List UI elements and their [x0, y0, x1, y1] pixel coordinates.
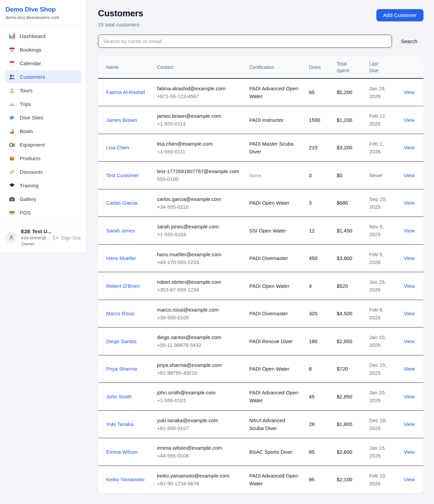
customer-total-spent: $720: [333, 355, 365, 383]
sidebar-item-discounts[interactable]: Discounts: [5, 165, 81, 179]
customer-name-link[interactable]: James Brown: [106, 117, 137, 123]
customers-table: Name Contact Certification Dives Total S…: [98, 57, 423, 493]
customer-name-link[interactable]: Diego Santos: [106, 338, 137, 344]
sidebar-item-boats[interactable]: Boats: [5, 125, 81, 138]
customer-name-link[interactable]: Emma Wilson: [106, 449, 138, 455]
package-icon: [9, 155, 15, 162]
customer-certification: PADI Open Water: [245, 189, 305, 217]
bar-chart-icon: [9, 33, 15, 39]
customer-phone: 555-0100: [157, 175, 241, 183]
customer-name-link[interactable]: Fatima Al-Rashid: [106, 89, 145, 95]
customer-phone: +971-55-123-4567: [157, 92, 241, 100]
user-role: Owner: [21, 241, 35, 246]
sidebar-item-label: Discounts: [20, 169, 43, 175]
column-header-certification: Certification: [245, 57, 305, 78]
customer-name-link[interactable]: Sarah Jones: [106, 228, 135, 234]
customer-total-spent: $0: [333, 162, 365, 189]
customer-total-spent: $3,200: [333, 134, 365, 162]
view-link[interactable]: View: [404, 145, 415, 150]
sign-out-button[interactable]: Sign Out: [53, 235, 81, 241]
customer-email: robert.obrien@example.com: [157, 278, 241, 286]
search-input[interactable]: [98, 35, 392, 48]
sidebar-nav: Dashboard 17 Bookings Calendar Customers: [0, 25, 86, 224]
svg-text:17: 17: [11, 50, 14, 52]
customer-name-link[interactable]: Carlos Garcia: [106, 200, 137, 206]
customer-last-dive: Jan 25, 2026: [365, 272, 399, 300]
customer-name-link[interactable]: Hans Mueller: [106, 255, 136, 261]
sidebar-item-trips[interactable]: Trips: [5, 97, 81, 111]
sidebar-item-calendar[interactable]: Calendar: [5, 57, 81, 70]
view-link[interactable]: View: [404, 200, 415, 206]
sidebar-item-customers[interactable]: Customers: [5, 70, 81, 83]
customer-email: james.brown@example.com: [157, 112, 241, 120]
view-link[interactable]: View: [404, 311, 415, 316]
customer-certification: PADI Rescue Diver: [245, 328, 305, 355]
sidebar-item-bookings[interactable]: 17 Bookings: [5, 43, 81, 56]
table-row: Lisa Chen lisa.chen@example.com+1-555-01…: [98, 134, 423, 162]
search-button[interactable]: Search: [395, 36, 423, 47]
table-row: Keiko Yamamoto keiko.yamamoto@example.co…: [98, 466, 423, 493]
sidebar-item-label: Training: [20, 183, 38, 189]
customer-name-link[interactable]: Marco Rossi: [106, 311, 134, 316]
camera-icon: [9, 196, 15, 202]
sidebar-item-equipment[interactable]: Equipment: [5, 138, 81, 151]
sidebar-item-products[interactable]: Products: [5, 152, 81, 165]
customer-name-link[interactable]: Lisa Chen: [106, 145, 129, 150]
sidebar-item-dive-sites[interactable]: Dive Sites: [5, 111, 81, 124]
user-email: e2e-tester@...: [21, 235, 50, 240]
customer-total-spent: $1,200: [333, 106, 365, 134]
view-link[interactable]: View: [404, 449, 415, 455]
view-link[interactable]: View: [404, 89, 415, 95]
customer-name-link[interactable]: Keiko Yamamoto: [106, 477, 144, 482]
sidebar-item-dashboard[interactable]: Dashboard: [5, 30, 81, 43]
sidebar-item-label: Calendar: [20, 60, 41, 67]
customer-email: marco.rossi@example.com: [157, 306, 241, 314]
table-row: Marco Rossi marco.rossi@example.com+39-5…: [98, 300, 423, 328]
view-link[interactable]: View: [404, 421, 415, 427]
search-bar: Search: [98, 35, 423, 48]
customer-total-spent: $520: [333, 272, 365, 300]
customer-name-link[interactable]: Yuki Tanaka: [106, 421, 134, 427]
customer-last-dive: Jan 15, 2026: [365, 438, 399, 466]
customer-email: diego.santos@example.com: [157, 333, 241, 341]
sidebar-item-label: Dashboard: [20, 33, 45, 39]
view-link[interactable]: View: [404, 255, 415, 261]
customer-last-dive: Jan 20, 2026: [365, 383, 399, 411]
sidebar-item-tours[interactable]: Tours: [5, 84, 81, 97]
view-link[interactable]: View: [404, 283, 415, 289]
view-link[interactable]: View: [404, 228, 415, 234]
customer-last-dive: Feb 1, 2026: [365, 134, 399, 162]
customer-dives: 210: [305, 134, 333, 162]
customer-dives: 12: [305, 217, 333, 245]
customer-name-link[interactable]: Test Customer: [106, 172, 139, 178]
sidebar-item-gallery[interactable]: Gallery: [5, 192, 81, 206]
customer-phone: +1-555-0101: [157, 396, 241, 404]
speedboat-icon: [9, 101, 15, 107]
view-link[interactable]: View: [404, 366, 415, 372]
sidebar: Demo Dive Shop demo.test.divestreams.com…: [0, 0, 86, 253]
view-link[interactable]: View: [404, 394, 415, 399]
add-customer-button[interactable]: Add Customer: [376, 9, 423, 21]
table-row: Fatima Al-Rashid fatima.alrashid@example…: [98, 78, 423, 106]
customer-certification: None: [245, 162, 305, 189]
sidebar-item-pos[interactable]: POS: [5, 206, 81, 219]
avatar: [5, 232, 17, 243]
customer-certification: PADI Divemaster: [245, 244, 305, 272]
view-link[interactable]: View: [404, 117, 415, 123]
customer-last-dive: Jan 28, 2026: [365, 78, 399, 106]
sidebar-item-training[interactable]: Training: [5, 179, 81, 192]
customer-phone: +1-555-0113: [157, 120, 241, 128]
view-link[interactable]: View: [404, 477, 415, 482]
view-link[interactable]: View: [404, 338, 415, 344]
sidebar-item-label: Trips: [20, 101, 31, 107]
customer-last-dive: Feb 8, 2026: [365, 300, 399, 328]
table-row: Hans Mueller hans.mueller@example.com+49…: [98, 244, 423, 272]
customer-name-link[interactable]: John Smith: [106, 394, 132, 399]
customer-name-link[interactable]: Robert O'Brien: [106, 283, 140, 289]
column-header-dives: Dives: [305, 57, 333, 78]
page-header: Customers 15 total customers Add Custome…: [98, 8, 423, 27]
view-link[interactable]: View: [404, 172, 415, 178]
customer-name-link[interactable]: Priya Sharma: [106, 366, 137, 372]
customer-certification: PADI Master Scuba Diver: [245, 134, 305, 162]
sidebar-item-label: Customers: [20, 74, 45, 80]
